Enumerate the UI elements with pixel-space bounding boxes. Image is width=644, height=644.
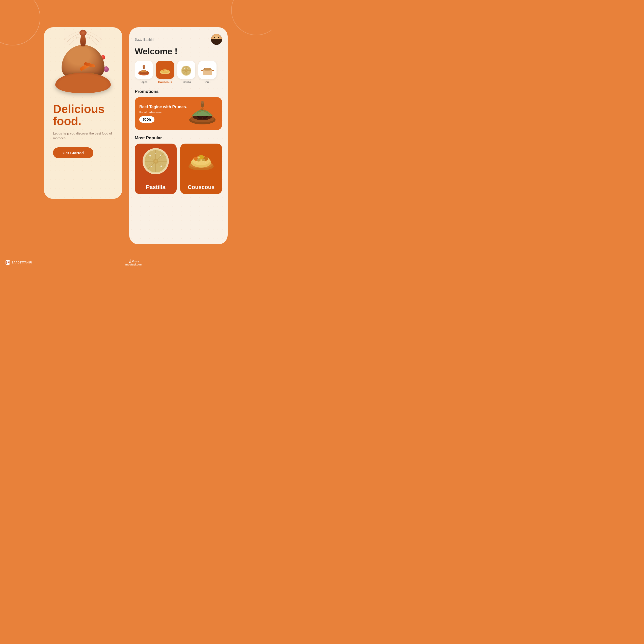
- main-content: Delicious food. Let us help you discover…: [44, 27, 228, 244]
- pastilla-label: Pastilla: [181, 81, 191, 84]
- svg-point-49: [201, 109, 203, 111]
- svg-point-65: [149, 155, 151, 156]
- mostaql-domain: mostaql.com: [125, 263, 143, 266]
- left-phone-screen: Delicious food. Let us help you discover…: [44, 27, 122, 199]
- popular-card-couscous[interactable]: Couscous: [180, 144, 222, 194]
- username-label: Saad Ettahiri: [135, 38, 153, 41]
- avatar[interactable]: [211, 34, 222, 45]
- promo-price: 50Dh: [139, 116, 154, 123]
- svg-point-18: [167, 71, 168, 71]
- bg-decoration-tr: [231, 0, 272, 35]
- svg-point-34: [204, 68, 211, 70]
- svg-point-81: [203, 161, 204, 163]
- welcome-heading: Welcome !: [135, 46, 222, 56]
- svg-point-29: [184, 68, 185, 69]
- promotions-title: Promotions: [135, 89, 222, 94]
- most-popular-title: Most Popular: [135, 136, 222, 141]
- popular-couscous-label: Couscous: [188, 184, 214, 191]
- svg-point-17: [162, 71, 163, 71]
- svg-point-67: [160, 166, 162, 167]
- svg-rect-36: [201, 70, 203, 71]
- svg-point-44: [203, 116, 206, 119]
- svg-point-77: [197, 158, 201, 162]
- svg-point-28: [186, 70, 187, 71]
- svg-point-31: [188, 71, 189, 72]
- svg-point-20: [166, 69, 167, 70]
- svg-rect-35: [212, 70, 214, 71]
- svg-point-53: [201, 101, 204, 104]
- svg-point-8: [145, 71, 145, 72]
- svg-point-78: [202, 159, 205, 161]
- hero-subtitle: Let us help you discover the best food o…: [53, 131, 113, 141]
- hero-title: Delicious food.: [53, 103, 113, 127]
- category-soup[interactable]: Sou...: [198, 61, 217, 84]
- promo-card[interactable]: Beef Tagine with Prunes. For all orders …: [135, 97, 222, 130]
- svg-point-83: [197, 157, 200, 158]
- svg-point-82: [205, 162, 206, 163]
- svg-point-19: [163, 69, 164, 71]
- left-phone-text: Delicious food. Let us help you discover…: [51, 103, 115, 158]
- avatar-face: [211, 34, 222, 45]
- instagram-username: SAADETTAHIRI: [12, 261, 32, 264]
- tajine-category-img: [135, 61, 153, 79]
- pastilla-category-img: [177, 61, 195, 79]
- svg-point-85: [7, 262, 8, 263]
- avatar-eye-left: [214, 37, 215, 38]
- tajine-knob-top: [79, 30, 87, 36]
- svg-point-15: [164, 71, 164, 72]
- tajine-label: Tajine: [140, 81, 148, 84]
- svg-point-66: [160, 155, 162, 156]
- instagram-handle[interactable]: SAADETTAHIRI: [6, 260, 32, 265]
- svg-point-80: [199, 162, 200, 163]
- svg-point-79: [196, 161, 197, 163]
- svg-point-30: [187, 68, 188, 69]
- promo-title: Beef Tagine with Prunes.: [139, 104, 187, 110]
- categories-row: Tajine: [135, 61, 222, 84]
- promo-text-block: Beef Tagine with Prunes. For all orders …: [139, 104, 187, 123]
- promo-subtitle: For all orders over: [139, 111, 187, 114]
- couscous-label: Couscous: [158, 81, 172, 84]
- soup-category-img: [198, 61, 217, 79]
- category-couscous[interactable]: Couscous: [156, 61, 174, 84]
- popular-pastilla-label: Pastilla: [146, 184, 165, 191]
- bottom-bar: SAADETTAHIRI مستقل mostaql.com: [0, 259, 272, 266]
- svg-point-7: [142, 71, 143, 72]
- avatar-eyes: [214, 37, 219, 38]
- bg-decoration-tl: [0, 0, 40, 45]
- svg-point-6: [143, 65, 145, 67]
- mostaql-arabic: مستقل: [125, 259, 143, 263]
- couscous-category-img: [156, 61, 174, 79]
- popular-card-pastilla[interactable]: Pastilla: [135, 144, 177, 194]
- svg-rect-84: [6, 261, 9, 264]
- get-started-button[interactable]: Get Started: [53, 147, 93, 158]
- category-tajine[interactable]: Tajine: [135, 61, 153, 84]
- right-phone-screen: Saad Ettahiri Welcome !: [129, 27, 228, 244]
- tajine-illustration: [48, 32, 118, 100]
- mostaql-watermark: مستقل mostaql.com: [125, 259, 143, 266]
- tajine-base: [55, 73, 111, 93]
- avatar-beard: [211, 39, 222, 45]
- svg-point-68: [151, 166, 152, 167]
- category-pastilla[interactable]: Pastilla: [177, 61, 195, 84]
- svg-point-64: [154, 160, 157, 163]
- svg-point-69: [155, 153, 156, 154]
- app-header: Saad Ettahiri: [135, 34, 222, 45]
- instagram-icon: [6, 260, 10, 265]
- onion-decoration: [104, 66, 109, 72]
- soup-label: Sou...: [204, 81, 211, 84]
- svg-point-43: [199, 116, 202, 119]
- svg-rect-9: [143, 71, 145, 72]
- svg-point-16: [166, 71, 166, 72]
- popular-grid: Pastilla: [135, 144, 222, 194]
- svg-point-13: [165, 70, 166, 71]
- promo-dish-image: [187, 98, 218, 129]
- avatar-eye-right: [218, 37, 219, 38]
